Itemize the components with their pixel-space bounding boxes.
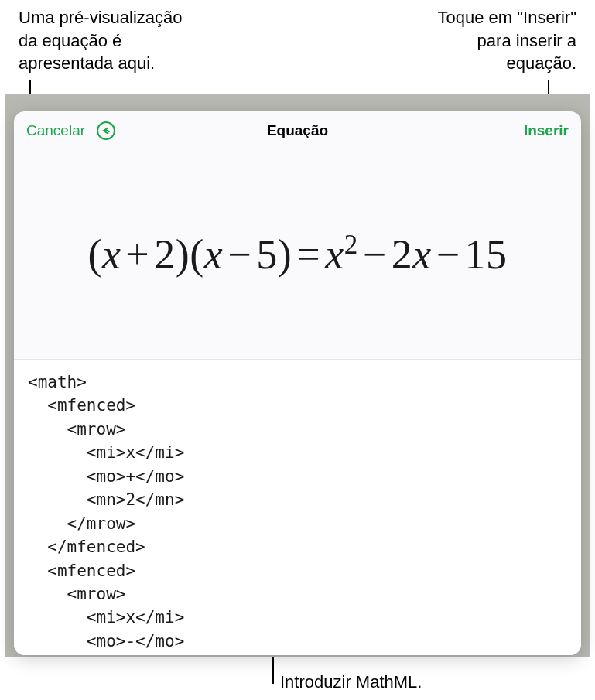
callout-insert: Toque em "Inserir" para inserir a equaçã… [406, 6, 576, 75]
toolbar: Cancelar Equação Inserir [14, 111, 581, 150]
device-frame: Cancelar Equação Inserir (x+2)(x−5)=x2−2… [5, 94, 590, 657]
sheet-title: Equação [267, 122, 328, 139]
equation-rendered: (x+2)(x−5)=x2−2x−15 [87, 230, 507, 278]
equation-preview: (x+2)(x−5)=x2−2x−15 [14, 150, 581, 359]
undo-icon[interactable] [94, 119, 118, 142]
callout-editor: Introduzir MathML. [280, 671, 422, 694]
insert-button[interactable]: Inserir [524, 122, 569, 139]
mathml-editor[interactable]: <math> <mfenced> <mrow> <mi>x</mi> <mo>+… [14, 359, 581, 655]
callout-preview: Uma pré-visualização da equação é aprese… [19, 6, 197, 75]
cancel-button[interactable]: Cancelar [26, 122, 85, 139]
toolbar-left: Cancelar [26, 119, 118, 142]
equation-sheet: Cancelar Equação Inserir (x+2)(x−5)=x2−2… [14, 111, 581, 655]
